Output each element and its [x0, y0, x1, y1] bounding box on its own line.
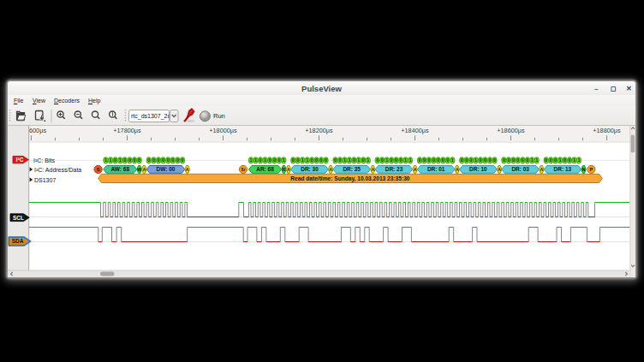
svg-text:0: 0: [489, 157, 492, 163]
svg-text:DR: 23: DR: 23: [385, 166, 403, 172]
svg-text:0: 0: [493, 157, 496, 163]
svg-text:1: 1: [348, 157, 350, 163]
svg-text:0: 0: [522, 157, 524, 163]
svg-text:0: 0: [554, 157, 557, 163]
svg-text:+18800µs: +18800µs: [593, 127, 621, 134]
svg-text:A: A: [414, 167, 417, 172]
svg-text:0: 0: [147, 157, 150, 163]
svg-text:1: 1: [104, 157, 107, 163]
svg-text:0: 0: [512, 157, 515, 163]
svg-text:Sr: Sr: [242, 168, 246, 172]
svg-text:1: 1: [119, 157, 122, 163]
svg-text:0: 0: [376, 157, 379, 163]
svg-text:0: 0: [446, 157, 449, 163]
svg-text:0: 0: [268, 157, 271, 163]
svg-text:A: A: [372, 167, 375, 172]
svg-text:1: 1: [531, 157, 534, 163]
svg-text:0: 0: [167, 157, 170, 163]
svg-text:0: 0: [134, 157, 136, 163]
svg-text:SDA: SDA: [12, 238, 24, 244]
svg-text:DR: 35: DR: 35: [343, 166, 361, 172]
svg-text:0: 0: [138, 157, 140, 163]
svg-text:A: A: [540, 167, 543, 172]
svg-text:0: 0: [503, 157, 505, 163]
svg-text:1: 1: [404, 157, 407, 163]
svg-text:1: 1: [254, 157, 257, 163]
svg-text:1: 1: [301, 157, 304, 163]
svg-text:1: 1: [264, 157, 266, 163]
svg-text:Run: Run: [213, 112, 225, 120]
svg-text:W: W: [137, 167, 141, 172]
svg-text:0: 0: [320, 157, 323, 163]
svg-text:1: 1: [535, 157, 538, 163]
svg-text:0: 0: [311, 157, 313, 163]
svg-text:0: 0: [569, 157, 571, 163]
svg-text:A: A: [329, 167, 332, 172]
svg-text:DR: 01: DR: 01: [427, 166, 445, 172]
svg-text:DR: 13: DR: 13: [554, 166, 572, 172]
svg-text:0: 0: [507, 157, 510, 163]
svg-text:0: 0: [339, 157, 342, 163]
svg-text:DR: 03: DR: 03: [511, 166, 529, 172]
svg-text:A: A: [142, 167, 146, 172]
svg-text:0: 0: [381, 157, 384, 163]
svg-text:1: 1: [577, 157, 580, 163]
svg-text:0: 0: [171, 157, 174, 163]
svg-text:P: P: [590, 167, 593, 172]
svg-text:N: N: [582, 167, 586, 172]
svg-text:AR: 68: AR: 68: [256, 166, 274, 172]
svg-text:0: 0: [550, 157, 552, 163]
svg-text:I²C: I²C: [16, 157, 24, 163]
svg-text:0: 0: [152, 157, 155, 163]
svg-text:+18400µs: +18400µs: [401, 127, 429, 134]
svg-text:0: 0: [315, 157, 318, 163]
svg-text:0: 0: [176, 157, 179, 163]
svg-text:DS1307: DS1307: [34, 177, 56, 183]
svg-text:DR: 10: DR: 10: [469, 166, 487, 172]
svg-text:AW: 68: AW: 68: [111, 166, 130, 172]
svg-text:1: 1: [474, 157, 477, 163]
svg-text:A: A: [186, 167, 189, 172]
svg-text:1: 1: [283, 157, 285, 163]
svg-text:0: 0: [423, 157, 426, 163]
svg-text:0: 0: [362, 157, 365, 163]
svg-text:0: 0: [273, 157, 276, 163]
svg-text:1: 1: [409, 157, 412, 163]
svg-text:0: 0: [437, 157, 439, 163]
svg-text:0: 0: [480, 157, 482, 163]
svg-text:0: 0: [484, 157, 486, 163]
svg-text:A: A: [287, 167, 290, 172]
svg-text:DR: 30: DR: 30: [301, 166, 319, 172]
svg-text:1: 1: [306, 157, 308, 163]
svg-text:1: 1: [357, 157, 360, 163]
svg-text:1: 1: [559, 157, 562, 163]
svg-text:1: 1: [343, 157, 346, 163]
svg-text:0: 0: [162, 157, 164, 163]
svg-text:0: 0: [465, 157, 468, 163]
svg-text:0: 0: [325, 157, 327, 163]
svg-text:0: 0: [292, 157, 295, 163]
svg-text:1: 1: [367, 157, 369, 163]
svg-text:1: 1: [573, 157, 575, 163]
svg-text:0: 0: [516, 157, 519, 163]
svg-text:R: R: [283, 167, 286, 172]
svg-text:0: 0: [470, 157, 473, 163]
svg-text:0: 0: [427, 157, 430, 163]
svg-text:600µs: 600µs: [29, 127, 46, 134]
svg-text:0: 0: [419, 157, 421, 163]
svg-text:+18200µs: +18200µs: [305, 127, 333, 134]
svg-text:0: 0: [353, 157, 355, 163]
svg-text:1: 1: [110, 157, 112, 163]
svg-text:0: 0: [400, 157, 402, 163]
svg-text:+17800µs: +17800µs: [113, 127, 141, 134]
svg-text:0: 0: [391, 157, 393, 163]
svg-text:A: A: [456, 167, 459, 172]
svg-text:0: 0: [296, 157, 299, 163]
svg-text:DW: 00: DW: 00: [157, 166, 176, 172]
svg-text:1: 1: [250, 157, 253, 163]
svg-text:0: 0: [334, 157, 337, 163]
svg-text:0: 0: [526, 157, 528, 163]
svg-text:0: 0: [564, 157, 566, 163]
svg-text:SCL: SCL: [13, 215, 24, 221]
svg-text:0: 0: [442, 157, 444, 163]
